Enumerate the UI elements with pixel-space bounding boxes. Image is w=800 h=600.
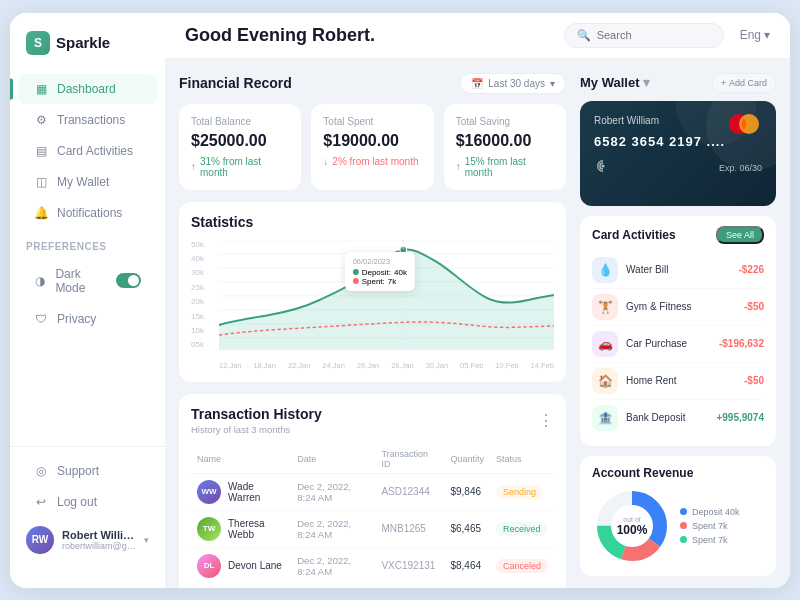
sidebar-label-wallet: My Wallet <box>57 175 109 189</box>
tx-avatar: WW <box>197 480 221 504</box>
chevron-icon: ▾ <box>550 78 555 89</box>
status-badge: Sending <box>496 485 543 499</box>
total-saving-change: ↑ 15% from last month <box>456 156 554 178</box>
col-qty: Quantity <box>444 445 490 474</box>
search-bar[interactable]: 🔍 <box>564 23 724 48</box>
privacy-icon: 🛡 <box>34 312 48 326</box>
legend-item: Spent 7k <box>680 521 740 531</box>
dark-mode-toggle[interactable] <box>116 273 141 288</box>
tx-name: Wade Warren <box>228 481 285 503</box>
more-options-icon[interactable]: ⋮ <box>538 411 554 430</box>
my-wallet-section: My Wallet ▾ + Add Card <box>580 73 776 206</box>
status-badge: Canceled <box>496 559 548 573</box>
tx-status: Sending <box>490 473 554 510</box>
revenue-title: Account Revenue <box>592 466 764 480</box>
col-name: Name <box>191 445 291 474</box>
sidebar-item-support[interactable]: ◎ Support <box>18 456 157 486</box>
chart-canvas: 06/02/2023 Deposit: 40k Spent: 7k <box>219 240 554 350</box>
sidebar-bottom: ◎ Support ↩ Log out RW Robert William ro… <box>10 446 165 570</box>
search-input[interactable] <box>597 29 711 41</box>
list-item: 💧 Water Bill -$226 <box>592 252 764 289</box>
up-arrow-icon: ↑ <box>191 161 196 172</box>
donut-center: out of 100% <box>617 515 648 536</box>
table-row: DL Devon Lane Dec 2, 2022, 8:24 AM VXC19… <box>191 547 554 584</box>
sidebar-item-card-activities[interactable]: ▤ Card Activities <box>18 136 157 166</box>
logo-text: Sparkle <box>56 34 110 51</box>
ca-item-amount: -$50 <box>744 375 764 386</box>
sidebar-label-transactions: Transactions <box>57 113 125 127</box>
table-row: WW Wade Warren Dec 2, 2022, 8:24 AM ASD1… <box>191 473 554 510</box>
chart-y-labels: 50k 40k 30k 25k 20k 15k 10k 05k <box>191 240 216 350</box>
user-avatar: RW <box>26 526 54 554</box>
main-nav: ▦ Dashboard ⚙ Transactions ▤ Card Activi… <box>10 73 165 446</box>
list-item: 🏠 Home Rent -$50 <box>592 363 764 400</box>
sidebar-item-logout[interactable]: ↩ Log out <box>18 487 157 517</box>
ca-title: Card Activities <box>592 228 676 242</box>
col-status: Status <box>490 445 554 474</box>
wallet-icon: ◫ <box>34 175 48 189</box>
sidebar-item-notifications[interactable]: 🔔 Notifications <box>18 198 157 228</box>
tx-avatar: TW <box>197 517 221 541</box>
sidebar-item-transactions[interactable]: ⚙ Transactions <box>18 105 157 135</box>
chart-area: 50k 40k 30k 25k 20k 15k 10k 05k <box>191 240 554 370</box>
tx-title-group: Transaction History History of last 3 mo… <box>191 406 322 435</box>
user-profile[interactable]: RW Robert William robertwilliam@gmail.co… <box>10 518 165 562</box>
lang-label: Eng <box>740 28 761 42</box>
mastercard-icon <box>726 113 762 135</box>
ca-item-icon: 🏦 <box>592 405 618 431</box>
ca-item-name: Home Rent <box>626 375 736 386</box>
ca-item-icon: 💧 <box>592 257 618 283</box>
chart-tooltip: 06/02/2023 Deposit: 40k Spent: 7k <box>345 252 415 291</box>
dark-mode-icon: ◑ <box>34 274 46 288</box>
sidebar-label-logout: Log out <box>57 495 97 509</box>
card-activities-icon: ▤ <box>34 144 48 158</box>
col-date: Date <box>291 445 375 474</box>
add-card-button[interactable]: + Add Card <box>712 73 776 93</box>
legend-dot <box>680 536 687 543</box>
spent-dot <box>353 278 359 284</box>
date-range-picker[interactable]: 📅 Last 30 days ▾ <box>460 73 566 94</box>
down-arrow-icon: ↓ <box>323 156 328 167</box>
legend-item: Spent 7k <box>680 535 740 545</box>
sidebar-label-privacy: Privacy <box>57 312 96 326</box>
sidebar-item-privacy[interactable]: 🛡 Privacy <box>18 304 157 334</box>
total-balance-label: Total Balance <box>191 116 289 127</box>
ca-item-amount: +995,9074 <box>716 412 764 423</box>
sidebar-item-dark-mode[interactable]: ◑ Dark Mode <box>18 259 157 303</box>
tooltip-deposit: Deposit: 40k <box>353 268 407 277</box>
sidebar-label-dashboard: Dashboard <box>57 82 116 96</box>
table-row: TW Theresa Webb Dec 2, 2022, 8:24 AM MNB… <box>191 510 554 547</box>
user-email: robertwilliam@gmail.com <box>62 541 136 551</box>
language-selector[interactable]: Eng ▾ <box>740 28 770 42</box>
legend-items: Deposit 40k Spent 7k Spent 7k <box>680 507 740 545</box>
ca-item-name: Gym & Fitness <box>626 301 736 312</box>
tx-name: Devon Lane <box>228 560 282 571</box>
chart-x-labels: 12,Jan 18,Jan 22,Jan 24,Jan 26,Jan 28,Ja… <box>219 361 554 370</box>
sidebar-item-my-wallet[interactable]: ◫ My Wallet <box>18 167 157 197</box>
logout-icon: ↩ <box>34 495 48 509</box>
sidebar-item-dashboard[interactable]: ▦ Dashboard <box>18 74 157 104</box>
status-badge: Received <box>496 522 548 536</box>
tx-quantity: $8,464 <box>444 547 490 584</box>
legend-label: Spent 7k <box>692 521 728 531</box>
date-range-label: Last 30 days <box>488 78 545 89</box>
legend-label: Deposit 40k <box>692 507 740 517</box>
ca-item-amount: -$50 <box>744 301 764 312</box>
list-item: 🏦 Bank Deposit +995,9074 <box>592 400 764 436</box>
sidebar-label-notifications: Notifications <box>57 206 122 220</box>
legend-label: Spent 7k <box>692 535 728 545</box>
lang-chevron-icon: ▾ <box>764 28 770 42</box>
credit-card: Robert William 6582 3654 2197 .... <box>580 101 776 206</box>
see-all-button[interactable]: See All <box>716 226 764 244</box>
total-spent-card: Total Spent $19000.00 ↓ 2% from last mon… <box>311 104 433 190</box>
tx-name-cell: WW Wade Warren <box>191 473 291 510</box>
plus-icon: + <box>721 78 726 88</box>
tx-date: Dec 2, 2022, 8:24 AM <box>291 473 375 510</box>
total-spent-label: Total Spent <box>323 116 421 127</box>
tx-name-cell: TW Theresa Webb <box>191 510 291 547</box>
right-panel: My Wallet ▾ + Add Card <box>580 59 790 588</box>
topbar: Good Evening Robert. 🔍 Eng ▾ <box>165 13 790 59</box>
ca-item-amount: -$226 <box>738 264 764 275</box>
tx-id: MNB1265 <box>375 510 444 547</box>
ca-item-amount: -$196,632 <box>719 338 764 349</box>
